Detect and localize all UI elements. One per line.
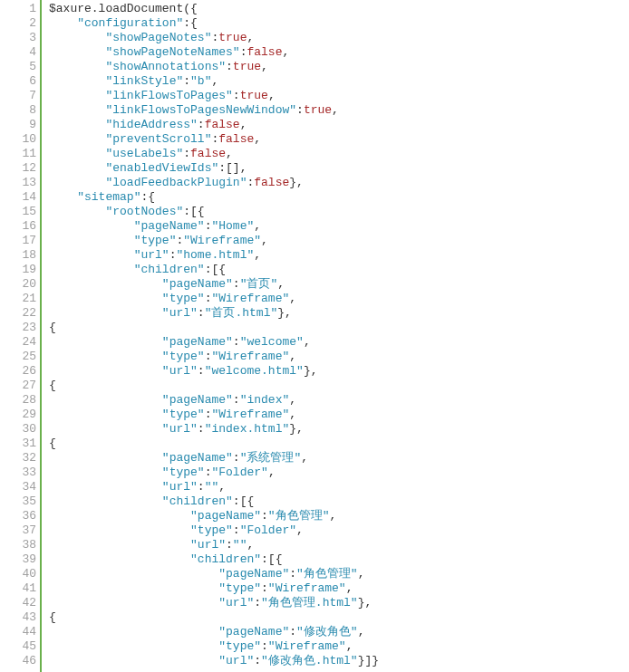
string-token: "pageName" — [162, 451, 233, 465]
punct-token: , — [254, 132, 261, 146]
string-token: "修改角色" — [296, 625, 358, 638]
punct-token: , — [218, 480, 226, 494]
string-token: "type" — [162, 466, 205, 479]
punct-token: :[{ — [233, 494, 254, 508]
punct-token: , — [261, 60, 268, 73]
line-number: 12 — [0, 161, 36, 176]
line-number: 44 — [0, 625, 36, 639]
punct-token: : — [198, 306, 205, 320]
punct-token: : — [198, 422, 205, 436]
code-line: "loadFeedbackPlugin":false}, — [49, 176, 629, 190]
punct-token: : — [183, 74, 190, 88]
punct-token: : — [254, 654, 261, 667]
line-number: 32 — [0, 451, 36, 466]
line-number: 40 — [0, 567, 36, 581]
punct-token: , — [289, 350, 296, 363]
punct-token: : — [233, 451, 240, 465]
punct-token: : — [289, 625, 296, 638]
punct-token: , — [247, 31, 254, 44]
punct-token: { — [49, 610, 56, 624]
string-token: "home.html" — [176, 248, 254, 262]
line-number: 22 — [0, 306, 36, 321]
punct-token: : — [183, 147, 190, 160]
punct-token: :[], — [218, 161, 247, 175]
string-token: "pageName" — [190, 509, 261, 523]
punct-token: : — [261, 581, 268, 595]
string-token: "hideAddress" — [105, 118, 197, 131]
line-number: 15 — [0, 205, 36, 219]
boolean-token: true — [240, 89, 268, 102]
punct-token: }, — [358, 596, 373, 610]
boolean-token: false — [247, 45, 282, 59]
punct-token: , — [226, 147, 233, 160]
punct-token: : — [233, 277, 240, 291]
line-number: 41 — [0, 581, 36, 596]
string-token: "type" — [190, 523, 233, 537]
code-line: "pageName":"welcome", — [49, 335, 629, 350]
string-token: "rootNodes" — [105, 205, 183, 218]
string-token: "角色管理.html" — [261, 596, 358, 610]
line-number: 42 — [0, 596, 36, 610]
string-token: "type" — [134, 234, 177, 247]
string-token: "pageName" — [134, 219, 205, 233]
string-token: "index" — [240, 393, 290, 407]
punct-token: : — [296, 103, 304, 117]
string-token: "url" — [162, 306, 198, 320]
code-line: "pageName":"index", — [49, 393, 629, 408]
punct-token: : — [233, 393, 240, 407]
code-line: "rootNodes":[{ — [49, 205, 629, 219]
line-number: 30 — [0, 422, 36, 437]
code-line: "type":"Wireframe", — [49, 350, 629, 364]
string-token: "pageName" — [162, 335, 233, 349]
boolean-token: false — [190, 147, 226, 160]
punct-token: , — [346, 639, 353, 653]
code-line: { — [49, 610, 629, 625]
string-token: "type" — [162, 408, 205, 421]
string-token: "b" — [190, 74, 211, 88]
code-line: $axure.loadDocument({ — [49, 2, 629, 16]
code-line: "type":"Wireframe", — [49, 292, 629, 306]
line-number: 29 — [0, 408, 36, 422]
line-number: 27 — [0, 379, 36, 393]
code-line: "url":"", — [49, 480, 629, 494]
code-line: "pageName":"Home", — [49, 219, 629, 234]
punct-token: , — [268, 89, 276, 102]
punct-token: : — [261, 639, 268, 653]
punct-token: : — [233, 523, 240, 537]
punct-token: , — [268, 466, 276, 479]
code-content[interactable]: $axure.loadDocument({ "configuration":{ … — [42, 0, 629, 672]
code-line: "url":"角色管理.html"}, — [49, 596, 629, 610]
code-line: "children":[{ — [49, 263, 629, 277]
string-token: "Home" — [211, 219, 254, 233]
string-token: "" — [233, 538, 247, 552]
string-token: "pageName" — [162, 277, 233, 291]
punct-token: : — [261, 509, 268, 523]
string-token: "角色管理" — [296, 567, 358, 581]
line-number: 5 — [0, 60, 36, 74]
string-token: "welcome.html" — [205, 364, 304, 378]
string-token: "preventScroll" — [105, 132, 211, 146]
string-token: "showPageNoteNames" — [105, 45, 239, 59]
punct-token: , — [211, 74, 218, 88]
code-line: { — [49, 379, 629, 393]
code-line: "url":"welcome.html"}, — [49, 364, 629, 379]
string-token: "loadFeedbackPlugin" — [105, 176, 247, 189]
code-line: "type":"Wireframe", — [49, 639, 629, 654]
punct-token: : — [233, 89, 240, 102]
code-line: "showAnnotations":true, — [49, 60, 629, 74]
code-line: "url":"home.html", — [49, 248, 629, 263]
string-token: "type" — [162, 292, 205, 305]
string-token: "children" — [162, 494, 233, 508]
line-number: 4 — [0, 45, 36, 60]
string-token: "url" — [218, 654, 254, 667]
boolean-token: false — [218, 132, 254, 146]
string-token: "Wireframe" — [211, 350, 289, 363]
string-token: "pageName" — [218, 625, 289, 638]
line-number: 13 — [0, 176, 36, 190]
code-line: "preventScroll":false, — [49, 132, 629, 147]
string-token: "Wireframe" — [268, 581, 346, 595]
punct-token: : — [233, 335, 240, 349]
line-number: 10 — [0, 132, 36, 147]
punct-token: , — [296, 523, 304, 537]
punct-token: , — [289, 408, 296, 421]
